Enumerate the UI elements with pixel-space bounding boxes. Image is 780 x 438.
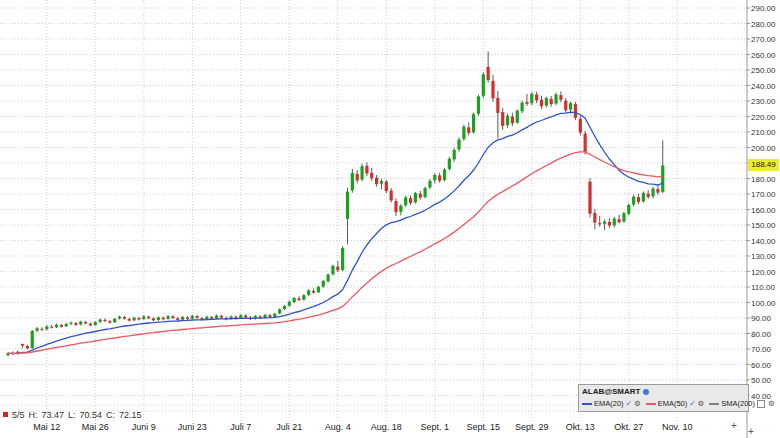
sma200-line-swatch <box>709 403 719 405</box>
price-axis-label: 250.00 <box>751 66 775 75</box>
overlay-line-EMA(50) <box>8 152 663 354</box>
price-axis-label: 120.00 <box>751 268 775 277</box>
price-axis-label: 60.00 <box>751 361 771 370</box>
legend-symbol: ALAB@SMART <box>582 387 640 396</box>
time-axis-label: Nov. 10 <box>645 422 709 432</box>
ema50-line-swatch <box>646 403 656 405</box>
ema20-checked-icon[interactable]: ✓ <box>626 399 632 408</box>
candlestick-series <box>6 51 664 356</box>
gridlines <box>0 0 747 422</box>
ema50-settings-gear-icon[interactable]: ⚙ <box>698 399 705 408</box>
price-axis-label: 100.00 <box>751 299 775 308</box>
price-axis-label: 160.00 <box>751 206 775 215</box>
price-axis-label: 80.00 <box>751 330 771 339</box>
overlay-line-EMA(20) <box>8 112 663 353</box>
ohlc-low-value: 70.54 <box>80 410 103 420</box>
legend-item-ema20[interactable]: EMA(20) <box>594 399 624 408</box>
price-axis-label: 290.00 <box>751 4 775 13</box>
price-axis-label: 130.00 <box>751 252 775 261</box>
ohlc-low-label: L: <box>68 410 76 420</box>
ema20-line-swatch <box>582 403 592 405</box>
price-axis-label: 140.00 <box>751 237 775 246</box>
legend-item-ema50[interactable]: EMA(50) <box>658 399 688 408</box>
price-axis-label: 170.00 <box>751 190 775 199</box>
price-axis-label: 150.00 <box>751 221 775 230</box>
expand-time-axis-button[interactable]: + <box>731 421 737 431</box>
price-axis-label: 90.00 <box>751 314 771 323</box>
legend-item-sma200[interactable]: SMA(200) <box>721 399 755 408</box>
ohlc-high-label: H: <box>29 410 38 420</box>
ohlc-readout: 5/5 H: 73.47 L: 70.54 C: 72.15 <box>3 409 142 420</box>
price-axis-label: 180.00 <box>751 175 775 184</box>
price-chart-canvas[interactable] <box>0 0 780 438</box>
expand-price-axis-button[interactable]: + <box>748 427 754 437</box>
chart-window: 290.00280.00270.00260.00250.00240.00230.… <box>0 0 780 438</box>
price-axis-label: 260.00 <box>751 51 775 60</box>
ohlc-bar-date: 5/5 <box>12 410 25 420</box>
ema50-checked-icon[interactable]: ✓ <box>689 399 695 408</box>
last-price-value: 188.49 <box>751 160 775 169</box>
ohlc-close-label: C: <box>106 410 115 420</box>
price-axis-label: 240.00 <box>751 82 775 91</box>
price-axis-label: 70.00 <box>751 345 771 354</box>
price-axis-label: 50.00 <box>751 376 771 385</box>
price-axis-label: 200.00 <box>751 144 775 153</box>
price-axis-label: 220.00 <box>751 113 775 122</box>
sma200-unchecked-checkbox[interactable] <box>757 400 765 408</box>
info-icon[interactable] <box>643 389 649 395</box>
ema20-settings-gear-icon[interactable]: ⚙ <box>634 399 641 408</box>
price-axis-label: 270.00 <box>751 35 775 44</box>
study-legend: ALAB@SMART EMA(20) ✓ ⚙ EMA(50) ✓ ⚙ SMA(2… <box>578 384 749 412</box>
bar-marker-icon <box>3 412 8 417</box>
price-axis-label: 230.00 <box>751 97 775 106</box>
price-axis-label: 210.00 <box>751 128 775 137</box>
ohlc-close-value: 72.15 <box>119 410 142 420</box>
price-axis-label: 280.00 <box>751 20 775 29</box>
sma200-settings-gear-icon[interactable]: ⚙ <box>768 399 775 408</box>
ohlc-high-value: 73.47 <box>42 410 65 420</box>
last-price-tag: 188.49 <box>748 159 779 171</box>
price-axis-label: 110.00 <box>751 283 775 292</box>
